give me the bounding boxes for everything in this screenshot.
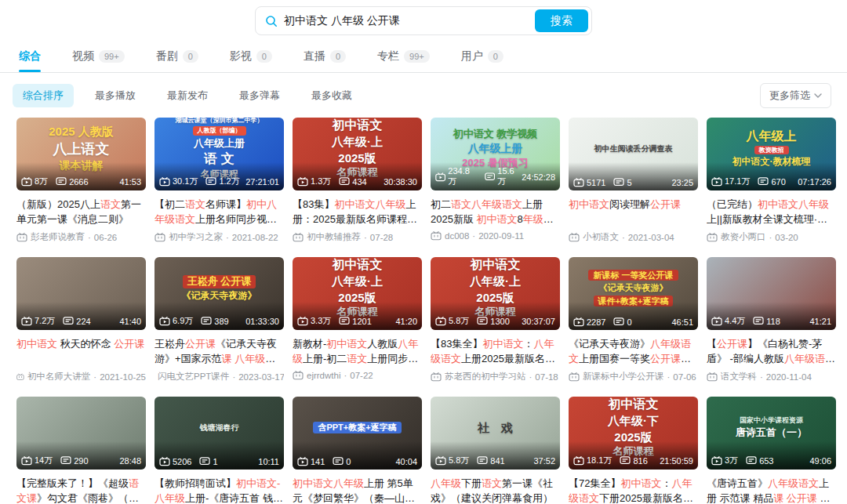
search-input[interactable]	[284, 15, 535, 27]
video-card[interactable]: 王崧舟 公开课《记承天寺夜游》 6.9万 389 01:33:30 王崧舟公开课…	[154, 257, 284, 383]
video-thumbnail[interactable]: 初中语文 教学视频八年级上册2025 暑假预习 234.8万 15.6万 24:…	[431, 118, 560, 190]
sort-option-1[interactable]: 最多播放	[85, 84, 146, 107]
danmaku-count-icon	[333, 457, 344, 466]
uploader-row[interactable]: 苏老西的初中学习站 · 07-18	[431, 371, 560, 383]
uploader-row[interactable]: 初中名师大讲堂 · 2021-10-25	[16, 371, 146, 383]
tab-3[interactable]: 影视 0	[230, 49, 272, 72]
video-card[interactable]: 初中语文八年级·上2025版名师课程 3.3万 1201 41:20 新教材-初…	[293, 257, 422, 383]
video-card[interactable]: 八年级上教资教招初中语文·教材梳理 17.1万 670 07:17:26 （已完…	[707, 118, 836, 243]
video-thumbnail[interactable]: 初中生阅读丢分调查表 5171 5 23:25	[569, 118, 698, 190]
video-thumbnail[interactable]: 2025 人教版八上语文课本讲解 8万 2666 41:53	[16, 118, 146, 190]
video-title[interactable]: 初中语文 秋天的怀念 公开课	[16, 336, 146, 366]
video-duration: 27:21:01	[245, 177, 279, 187]
play-count: 5171	[587, 178, 605, 187]
video-card[interactable]: 初中语文八年级·下2025版名师课程 18.1万 816 21:50:59 【7…	[569, 397, 698, 504]
video-card[interactable]: 14万 290 28:48 【完整版来了！】《超级语文课》勾文君《雨巷》（毫无删…	[16, 397, 146, 504]
video-title[interactable]: 《记承天寺夜游》八年级语文上册国赛一等奖公开课优质课（有…	[569, 336, 698, 366]
video-thumbnail[interactable]: 钱塘湖春行 5206 1 10:11	[154, 397, 284, 470]
video-stats: 30.1万 1.2万 27:21:01	[159, 176, 279, 187]
video-thumbnail[interactable]: 初中语文八年级·上2025版名师课程 3.3万 1201 41:20	[293, 257, 422, 330]
video-card[interactable]: 初中生阅读丢分调查表 5171 5 23:25 初中语文阅读理解公开课	[569, 118, 698, 243]
video-thumbnail[interactable]: 7.2万 224 41:40	[16, 257, 146, 330]
video-thumbnail[interactable]: 湖城云课堂（深圳市第二中学）人教版（部编）八年级上册语 文名师课程 30.1万 …	[154, 118, 284, 190]
sort-option-2[interactable]: 最新发布	[157, 84, 218, 107]
video-card[interactable]: 社 戏 5.8万 841 37:52 八年级下册语文第一课《社戏》（建议关闭弹幕…	[431, 397, 560, 504]
play-count: 30.1万	[173, 176, 198, 187]
upload-date: 06-26	[94, 233, 117, 242]
video-title[interactable]: 【83集全】初中语文：八年级语文上册2025最新版名师课程（附…	[431, 336, 560, 366]
uploader-row[interactable]: 小初语文 · 2021-03-04	[569, 231, 698, 243]
video-thumbnail[interactable]: 初中语文八年级·下2025版名师课程 18.1万 816 21:50:59	[569, 397, 698, 470]
more-filter-button[interactable]: 更多筛选	[760, 83, 831, 108]
sort-option-4[interactable]: 最多收藏	[301, 84, 362, 107]
video-title[interactable]: 【公开课】《白杨礼赞-茅盾》 -部编人教版八年级语文上册 初二…	[707, 336, 836, 366]
video-thumbnail[interactable]: 14万 290 28:48	[16, 397, 146, 470]
video-card[interactable]: 2025 人教版八上语文课本讲解 8万 2666 41:53 （新版）2025八…	[16, 118, 146, 243]
tab-0[interactable]: 综合	[19, 49, 41, 72]
video-thumbnail[interactable]: 4.4万 118 41:21	[707, 257, 836, 330]
uploader-row[interactable]: 新课标中小学公开课 · 07-06	[569, 371, 698, 383]
play-count: 5.8万	[449, 315, 469, 327]
tab-4[interactable]: 直播 0	[304, 49, 346, 72]
tab-2[interactable]: 番剧 0	[156, 49, 198, 72]
upload-date: 07-06	[673, 372, 696, 382]
play-count-icon	[297, 457, 308, 466]
video-title[interactable]: 初中语文八年级上册 第5单元《梦回繁华》（秦—山）名师【…	[293, 476, 422, 504]
video-title[interactable]: 《唐诗五首》八年级语文上册 示范课 精品课 公开课 课堂实录	[707, 476, 836, 504]
video-card[interactable]: 7.2万 224 41:40 初中语文 秋天的怀念 公开课 初中名师大讲堂 · …	[16, 257, 146, 383]
uploader-date-separator: ·	[88, 233, 91, 242]
play-count: 6.9万	[173, 315, 193, 327]
video-thumbnail[interactable]: 初中语文八年级·上2025版名师课程 5.8万 1300 30:37:07	[431, 257, 560, 330]
video-card[interactable]: 初中语文八年级·上2025版名师课程 1.3万 434 30:38:30 【83…	[293, 118, 422, 243]
video-thumbnail[interactable]: 国家中小学课程资源唐诗五首（一） 3万 653 49:06	[707, 397, 836, 470]
sort-option-0[interactable]: 综合排序	[13, 84, 74, 107]
sort-option-3[interactable]: 最多弹幕	[229, 84, 290, 107]
video-title[interactable]: 【初二语文名师课】初中八年级语文上册名师同步视频课程，教…	[154, 197, 284, 227]
video-title[interactable]: 【72集全】初中语文：八年级语文下册2025最新版名师课程（附…	[569, 476, 698, 504]
video-thumbnail[interactable]: 初中语文八年级·上2025版名师课程 1.3万 434 30:38:30	[293, 118, 422, 190]
video-card[interactable]: 含PPT+教案+逐字稿 141 0 40:04 初中语文八年级上册 第5单元《梦…	[293, 397, 422, 504]
tab-6[interactable]: 用户 0	[461, 49, 503, 72]
uploader-row[interactable]: 初中学习之家 · 2021-08-22	[154, 231, 284, 243]
video-title[interactable]: （已完结）初中语文八年级上||新版教材全课文梳理·教资教招面…	[707, 197, 836, 227]
video-title[interactable]: （新版）2025八上语文第一单元第一课《消息二则》	[16, 197, 146, 227]
video-thumbnail[interactable]: 新课标 一等奖公开课《记承天寺夜游》课件+教案+逐字稿 2287 0 46:51	[569, 257, 698, 330]
video-thumbnail[interactable]: 八年级上教资教招初中语文·教材梳理 17.1万 670 07:17:26	[707, 118, 836, 190]
video-card[interactable]: 湖城云课堂（深圳市第二中学）人教版（部编）八年级上册语 文名师课程 30.1万 …	[154, 118, 284, 243]
uploader-row[interactable]: ejrrdwthi · 07-22	[293, 371, 422, 380]
video-title[interactable]: 王崧舟公开课《记承天寺夜游》+国家示范课 八年级语文 观摩课	[154, 336, 284, 366]
video-title[interactable]: 八年级下册语文第一课《社戏》（建议关闭弹幕食用）	[431, 476, 560, 504]
tab-5[interactable]: 专栏 99+	[377, 49, 430, 72]
uploader-date-separator: ·	[472, 231, 475, 241]
video-thumbnail[interactable]: 含PPT+教案+逐字稿 141 0 40:04	[293, 397, 422, 470]
play-count-icon	[21, 456, 32, 466]
search-button[interactable]: 搜索	[535, 9, 588, 32]
uploader-row[interactable]: 教资小两口 · 03-20	[707, 231, 836, 243]
tab-label: 综合	[19, 49, 41, 63]
video-thumbnail[interactable]: 社 戏 5.8万 841 37:52	[431, 397, 560, 470]
video-card[interactable]: 初中语文八年级·上2025版名师课程 5.8万 1300 30:37:07 【8…	[431, 257, 560, 383]
uploader-row[interactable]: 初中教辅推荐 · 07-28	[293, 231, 422, 243]
video-card[interactable]: 钱塘湖春行 5206 1 10:11 【教师招聘面试】初中语文-八年级上册-《唐…	[154, 397, 284, 504]
video-title[interactable]: 初二语文八年级语文上册 2025新版 初中语文8年级语文上册八…	[431, 197, 560, 227]
uploader-row[interactable]: 闪电文艺PPT课件 · 2023-03-17	[154, 371, 284, 383]
video-title[interactable]: 【教师招聘面试】初中语文-八年级上册-《唐诗五首 钱塘湖春…	[154, 476, 284, 504]
video-title[interactable]: 【完整版来了！】《超级语文课》勾文君《雨巷》（毫无删减）	[16, 476, 146, 504]
tab-1[interactable]: 视频 99+	[72, 49, 125, 72]
video-card[interactable]: 新课标 一等奖公开课《记承天寺夜游》课件+教案+逐字稿 2287 0 46:51…	[569, 257, 698, 383]
video-title[interactable]: 新教材-初中语文人教版八年级上册-初二语文上册同步视频课程	[293, 336, 422, 366]
uploader-row[interactable]: 语文学科 · 2020-11-04	[707, 371, 836, 383]
video-card[interactable]: 初中语文 教学视频八年级上册2025 暑假预习 234.8万 15.6万 24:…	[431, 118, 560, 243]
search-box[interactable]: 搜索	[255, 6, 592, 35]
video-thumbnail[interactable]: 王崧舟 公开课《记承天寺夜游》 6.9万 389 01:33:30	[154, 257, 284, 330]
danmaku-count-icon	[201, 317, 212, 326]
video-card[interactable]: 国家中小学课程资源唐诗五首（一） 3万 653 49:06 《唐诗五首》八年级语…	[707, 397, 836, 504]
uploader-row[interactable]: dc008 · 2020-09-11	[431, 231, 560, 241]
play-count: 1.3万	[311, 176, 331, 187]
video-card[interactable]: 4.4万 118 41:21 【公开课】《白杨礼赞-茅盾》 -部编人教版八年级语…	[707, 257, 836, 383]
video-title[interactable]: 【83集】初中语文八年级上册：2025最新版名师课程（附习题…	[293, 197, 422, 227]
danmaku-count-icon	[746, 456, 757, 466]
uploader-row[interactable]: 彭老师说教育 · 06-26	[16, 231, 146, 243]
video-title[interactable]: 初中语文阅读理解公开课	[569, 197, 698, 227]
uploader-icon	[569, 372, 580, 382]
